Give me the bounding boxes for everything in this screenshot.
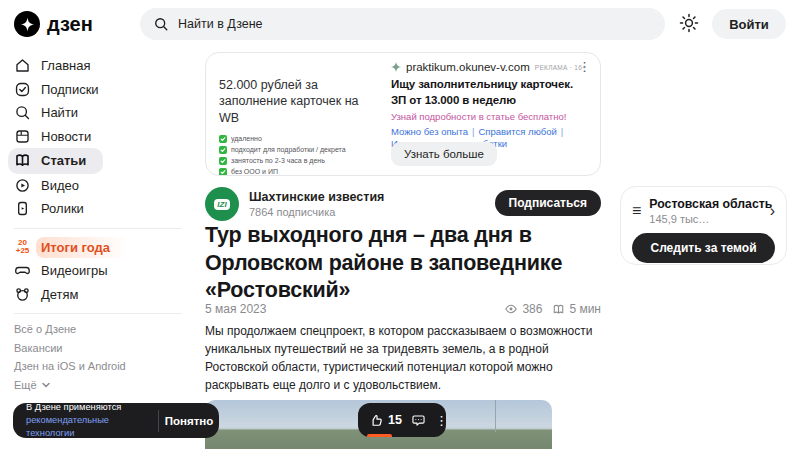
sidebar-item-news[interactable]: Новости	[14, 125, 200, 149]
views-counter: 386	[504, 302, 542, 316]
sidebar-item-label: Видео	[41, 178, 79, 193]
article-title: Тур выходного дня – два дня в Орловском …	[205, 222, 605, 305]
channel-avatar[interactable]: IZI	[205, 187, 239, 221]
sidebar-link-about[interactable]: Всё о Дзене	[14, 323, 200, 335]
channel-name[interactable]: Шахтинские известия	[249, 190, 384, 204]
toast-ok-button[interactable]: Понятно	[159, 415, 219, 427]
sidebar-item-games[interactable]: Видеоигры	[14, 259, 200, 283]
ad-disclaimer: РЕКЛАМА · 16+	[535, 64, 587, 71]
ad-right-column: praktikum.okunev-v.com РЕКЛАМА · 16+ Ищу…	[391, 61, 591, 151]
chevron-right-icon[interactable]: ›	[770, 203, 775, 219]
ad-pink-link[interactable]: Узнай подробности в статье бесплатно!	[391, 111, 591, 122]
sidebar-item-year-results[interactable]: 20+25 Итоги года	[14, 236, 200, 260]
ad-check-item: без ООО и ИП	[219, 168, 371, 176]
video-controls-pill: 15 ⋮	[358, 403, 446, 437]
sidebar-item-label: Статьи	[41, 153, 86, 168]
like-count: 15	[388, 413, 402, 427]
sidebar-item-label: Ролики	[41, 201, 84, 216]
ad-left-title: 52.000 рублей за заполнение карточек на …	[219, 77, 371, 126]
news-icon	[14, 128, 31, 145]
ad-source-row[interactable]: praktikum.okunev-v.com РЕКЛАМА · 16+	[391, 61, 591, 73]
ad-link[interactable]: Справится любой	[478, 126, 556, 137]
ad-left-column: 52.000 рублей за заполнение карточек на …	[219, 77, 371, 176]
subscribe-button[interactable]: Подписаться	[495, 190, 601, 216]
sidebar-item-kids[interactable]: Детям	[14, 283, 200, 307]
sidebar-item-label: Новости	[41, 129, 91, 144]
sidebar-item-articles[interactable]: Статьи	[8, 148, 103, 174]
ad-card[interactable]: ⋮ 52.000 рублей за заполнение карточек н…	[205, 52, 601, 176]
search-input[interactable]: Найти в Дзене	[140, 8, 665, 40]
sidebar-nav: Главная Подписки Найти Новости Статьи Ви…	[0, 54, 200, 397]
read-time-book-icon	[552, 303, 565, 316]
comment-button[interactable]	[411, 413, 426, 428]
gamepad-icon	[14, 262, 31, 279]
login-button[interactable]: Войти	[712, 9, 786, 39]
channel-logo-text: IZI	[214, 199, 229, 210]
sidebar-item-label: Детям	[41, 287, 79, 302]
ad-link[interactable]: Можно без опыта	[391, 126, 468, 137]
dzen-logo[interactable]: дзен	[14, 11, 93, 37]
sidebar-footer-links: Всё о Дзене Вакансии Дзен на iOS и Andro…	[14, 323, 200, 391]
channel-subscribers: 7864 подписчика	[249, 206, 335, 218]
home-icon	[14, 57, 31, 74]
check-icon	[219, 146, 227, 154]
toast-text: В Дзене применяются рекомендательные тех…	[13, 401, 158, 440]
eye-icon	[504, 302, 518, 316]
year-results-badge: 20+25	[14, 239, 31, 256]
search-placeholder: Найти в Дзене	[178, 17, 263, 31]
check-icon	[219, 168, 227, 176]
search-icon	[14, 104, 31, 121]
video-icon	[14, 177, 31, 194]
ad-cta-button[interactable]: Узнать больше	[391, 142, 497, 166]
sidebar-item-label: Итоги года	[36, 237, 128, 258]
theme-toggle-sun-icon[interactable]	[679, 13, 699, 33]
shorts-icon	[14, 200, 31, 217]
like-progress-bar	[367, 434, 392, 437]
sidebar-item-label: Найти	[41, 105, 78, 120]
read-time: 5 мин	[552, 302, 601, 316]
video-frame-detail	[495, 400, 496, 432]
toast-technologies-link[interactable]: рекомендательные технологии	[26, 415, 109, 438]
article-meta: 5 мая 2023 386 5 мин	[205, 302, 601, 316]
logo-text: дзен	[47, 13, 93, 36]
check-icon	[219, 135, 227, 143]
topic-widget: ≡ Ростовская область 145,9 тыс… › Следит…	[620, 186, 787, 265]
subscriptions-icon	[14, 81, 31, 98]
ad-title: Ищу заполнительницу карточек. ЗП от 13.0…	[391, 77, 591, 108]
channel-row: IZI Шахтинские известия 7864 подписчика …	[205, 187, 601, 223]
sidebar-item-label: Главная	[41, 58, 90, 73]
ad-check-item: подходит для подработки / декрета	[219, 146, 371, 154]
search-icon	[153, 16, 169, 32]
sidebar-divider	[14, 313, 182, 314]
sidebar-link-jobs[interactable]: Вакансии	[14, 342, 200, 354]
dzen-logo-icon	[14, 11, 40, 37]
ad-check-item: удаленно	[219, 135, 371, 143]
sidebar-item-search[interactable]: Найти	[14, 101, 200, 125]
like-button[interactable]: 15	[369, 413, 402, 428]
ad-check-item: занятость по 2-3 часа в день	[219, 157, 371, 165]
ad-favicon-icon	[391, 62, 401, 72]
dzen-page: дзен Найти в Дзене Войти Главная Подписк…	[0, 0, 800, 449]
thumb-up-icon	[369, 413, 384, 428]
sidebar-divider	[14, 228, 182, 229]
article-body: Мы продолжаем спецпроект, в котором расс…	[205, 322, 605, 394]
top-header: дзен Найти в Дзене Войти	[0, 0, 800, 48]
topic-subscribers: 145,9 тыс…	[649, 213, 761, 225]
topic-title: Ростовская область	[649, 197, 761, 211]
sidebar-item-home[interactable]: Главная	[14, 54, 200, 78]
sidebar-item-subscriptions[interactable]: Подписки	[14, 78, 200, 102]
topic-row[interactable]: ≡ Ростовская область 145,9 тыс… ›	[632, 197, 775, 225]
sidebar-link-apps[interactable]: Дзен на iOS и Android	[14, 360, 200, 372]
video-menu-dots-icon[interactable]: ⋮	[435, 414, 448, 427]
article-date: 5 мая 2023	[205, 302, 266, 316]
bear-icon	[14, 286, 31, 303]
sidebar-link-more[interactable]: Ещё	[14, 379, 200, 391]
sidebar-item-video[interactable]: Видео	[14, 174, 200, 198]
sidebar-item-label: Видеоигры	[41, 263, 108, 278]
article-video-player[interactable]: 15 ⋮	[205, 400, 552, 449]
sidebar-item-shorts[interactable]: Ролики	[14, 197, 200, 221]
articles-icon	[14, 152, 31, 169]
check-icon	[219, 157, 227, 165]
ad-domain: praktikum.okunev-v.com	[406, 61, 530, 73]
follow-topic-button[interactable]: Следить за темой	[632, 233, 775, 263]
